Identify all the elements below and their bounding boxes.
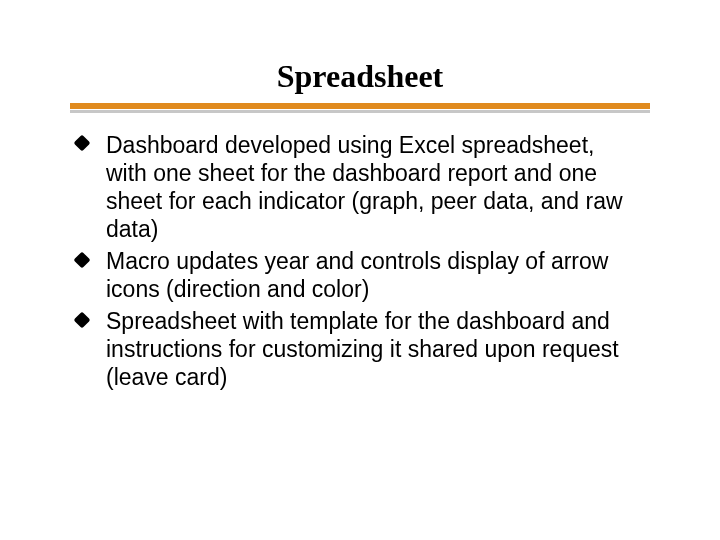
list-item: Macro updates year and controls display … xyxy=(76,247,640,303)
diamond-bullet-icon xyxy=(74,135,91,152)
diamond-bullet-icon xyxy=(74,251,91,268)
bullet-list: Dashboard developed using Excel spreadsh… xyxy=(70,131,650,391)
diamond-bullet-icon xyxy=(74,311,91,328)
bullet-text: Dashboard developed using Excel spreadsh… xyxy=(106,132,623,242)
slide: Spreadsheet Dashboard developed using Ex… xyxy=(0,0,720,540)
rule-shadow xyxy=(70,110,650,113)
title-underline xyxy=(70,103,650,113)
orange-rule xyxy=(70,103,650,109)
bullet-text: Macro updates year and controls display … xyxy=(106,248,608,302)
list-item: Dashboard developed using Excel spreadsh… xyxy=(76,131,640,243)
list-item: Spreadsheet with template for the dashbo… xyxy=(76,307,640,391)
bullet-text: Spreadsheet with template for the dashbo… xyxy=(106,308,619,390)
slide-title: Spreadsheet xyxy=(70,58,650,95)
